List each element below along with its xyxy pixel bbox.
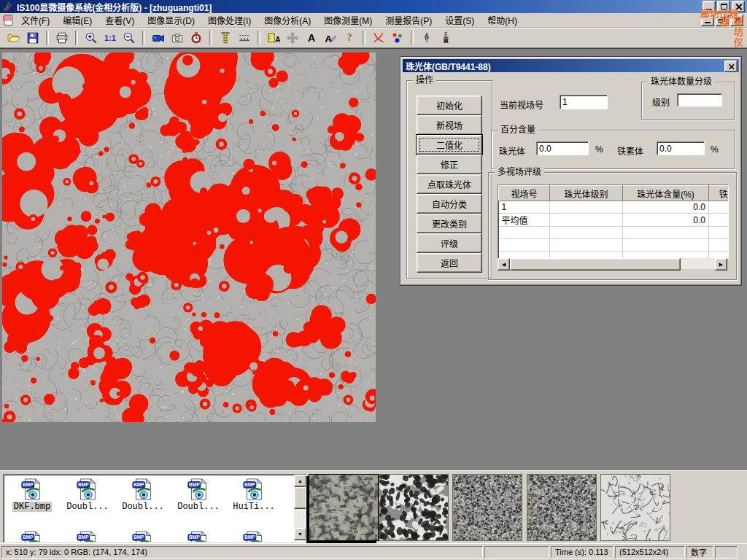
new-field-button[interactable]: 新视场	[417, 115, 482, 135]
col-header-pearlite[interactable]: 珠光体含量(%)	[623, 186, 709, 201]
table-horizontal-scrollbar[interactable]: ◀ ▶	[498, 258, 727, 269]
color-points-icon	[391, 31, 404, 44]
menu-file[interactable]: 文件(F)	[15, 12, 56, 28]
calibration-button[interactable]: A	[264, 29, 283, 47]
correct-button[interactable]: 修正	[417, 155, 482, 174]
file-list-scrollbar[interactable]: ▲ ▼	[294, 475, 306, 540]
thumbnail-2[interactable]	[379, 474, 449, 541]
menu-image-display[interactable]: 图像显示(D)	[141, 12, 201, 28]
document-system-icon[interactable]: DOC	[3, 15, 15, 26]
file-item-doubl1[interactable]: Doubl...	[61, 478, 115, 512]
pearlite-percent-input[interactable]	[536, 141, 589, 155]
open-folder-icon	[7, 31, 20, 44]
table-row[interactable]: 1 0.0	[499, 201, 729, 214]
styled-text-icon: A	[324, 31, 337, 44]
col-header-level[interactable]: 珠光体级别	[550, 186, 623, 201]
file-item-dkf[interactable]: DKF.bmp	[5, 478, 59, 512]
file-item-doubl3[interactable]: Doubl...	[171, 478, 225, 512]
change-class-button[interactable]: 更改类别	[417, 214, 482, 233]
col-header-ferrite[interactable]: 铁素体含量(%)	[709, 186, 729, 201]
file-item-partial[interactable]	[227, 530, 281, 542]
pen-button[interactable]	[417, 29, 436, 47]
actual-size-button[interactable]: 1:1	[101, 29, 120, 47]
letter-a-glyph: A	[325, 34, 332, 44]
thumbnail-3[interactable]	[452, 474, 522, 541]
letter-a-glyph: A	[275, 36, 280, 44]
file-item-partial[interactable]	[61, 530, 115, 542]
open-button[interactable]	[4, 29, 23, 47]
thumbnail-5[interactable]	[600, 474, 670, 541]
thumbnail-1[interactable]	[309, 474, 379, 541]
pearlite-dialog: 珠光体(GB/T9441-88) 操作 初始化 新视场 二值化 修正 点取珠光体…	[400, 56, 742, 286]
timer-button[interactable]	[187, 29, 206, 47]
ruler-button[interactable]	[235, 29, 254, 47]
app-icon	[2, 1, 14, 12]
snapshot-button[interactable]	[168, 29, 187, 47]
window-title: IS100显微摄像系统(金相分析版) - [zhuguangti01]	[17, 1, 212, 13]
classify-points-button[interactable]	[388, 29, 407, 47]
vendor-watermark-vertical: 廊坊仪器	[717, 17, 745, 50]
save-button[interactable]	[23, 29, 42, 47]
level-input[interactable]	[677, 93, 722, 106]
ferrite-percent-input[interactable]	[657, 141, 705, 155]
caliper-button[interactable]	[216, 29, 235, 47]
menu-image-analysis[interactable]: 图像分析(A)	[258, 12, 317, 28]
scroll-down-button[interactable]: ▼	[294, 528, 306, 540]
pen-nib-icon	[420, 31, 433, 44]
scroll-up-button[interactable]: ▲	[294, 475, 306, 487]
menu-help[interactable]: 帮助(H)	[481, 12, 524, 28]
current-field-input[interactable]	[560, 95, 608, 109]
video-capture-button[interactable]	[149, 29, 168, 47]
initialize-button[interactable]: 初始化	[417, 96, 482, 115]
scroll-left-button[interactable]: ◀	[498, 258, 510, 271]
binarize-button[interactable]: 二值化	[417, 135, 482, 155]
dialog-titlebar[interactable]: 珠光体(GB/T9441-88)	[403, 59, 739, 72]
file-listbox[interactable]: DKF.bmp Doubl... Doubl... Doubl... HuiTi…	[3, 474, 306, 542]
file-item-partial[interactable]	[116, 530, 170, 542]
menu-edit[interactable]: 编辑(E)	[56, 12, 98, 28]
menu-image-processing[interactable]: 图像处理(I)	[201, 12, 258, 28]
rating-table[interactable]: 视场号 珠光体级别 珠光体含量(%) 铁素体含量(%) 1 0.0 平均值	[498, 184, 729, 259]
text-style-button[interactable]: A	[321, 29, 340, 47]
operations-group-label: 操作	[413, 75, 436, 85]
menu-view[interactable]: 查看(V)	[98, 12, 141, 28]
return-button[interactable]: 返回	[417, 253, 482, 273]
cell-level	[550, 214, 623, 227]
print-button[interactable]	[53, 29, 71, 47]
cell-pearlite: 0.0	[623, 201, 709, 214]
close-icon	[728, 63, 733, 69]
cell-field: 平均值	[499, 214, 550, 227]
file-item-partial[interactable]	[171, 530, 225, 542]
status-image-size: (512x512x24)	[615, 546, 685, 559]
table-row[interactable]: 平均值 0.0	[499, 214, 729, 227]
auto-classify-button[interactable]: 自动分类	[417, 194, 482, 214]
titlebar[interactable]: IS100显微摄像系统(金相分析版) - [zhuguangti01]	[0, 0, 747, 13]
file-item-huiti[interactable]: HuiTi...	[227, 478, 281, 512]
delete-curve-button[interactable]	[369, 29, 388, 47]
menu-measure-report[interactable]: 测量报告(P)	[379, 12, 438, 28]
move-cross-icon	[286, 31, 299, 44]
scrollbar-thumb[interactable]	[510, 258, 681, 271]
menu-settings[interactable]: 设置(S)	[438, 12, 481, 28]
col-header-field[interactable]: 视场号	[499, 186, 550, 201]
text-button[interactable]: A	[302, 29, 321, 47]
file-item-partial[interactable]	[5, 530, 59, 542]
timer-clock-icon	[190, 31, 203, 44]
toolbar-separator	[142, 31, 145, 45]
scrollbar-thumb[interactable]	[294, 487, 306, 509]
zoom-in-button[interactable]	[82, 29, 101, 47]
specimen-image[interactable]	[2, 52, 376, 422]
rate-button[interactable]: 评级	[417, 233, 482, 253]
button-label: 自动分类	[432, 198, 467, 210]
menu-image-measure[interactable]: 图像测量(M)	[317, 12, 379, 28]
pick-pearlite-button[interactable]: 点取珠光体	[417, 174, 482, 194]
scroll-right-button[interactable]: ▶	[715, 258, 727, 271]
thumbnail-4[interactable]	[527, 474, 597, 541]
zoom-out-button[interactable]	[120, 29, 139, 47]
brush-button[interactable]	[436, 29, 455, 47]
percent-sign: %	[711, 144, 719, 155]
help-button[interactable]: ?	[340, 29, 359, 47]
file-item-doubl2[interactable]: Doubl...	[116, 478, 170, 512]
pan-button[interactable]	[283, 29, 302, 47]
dialog-close-button[interactable]	[724, 61, 738, 72]
